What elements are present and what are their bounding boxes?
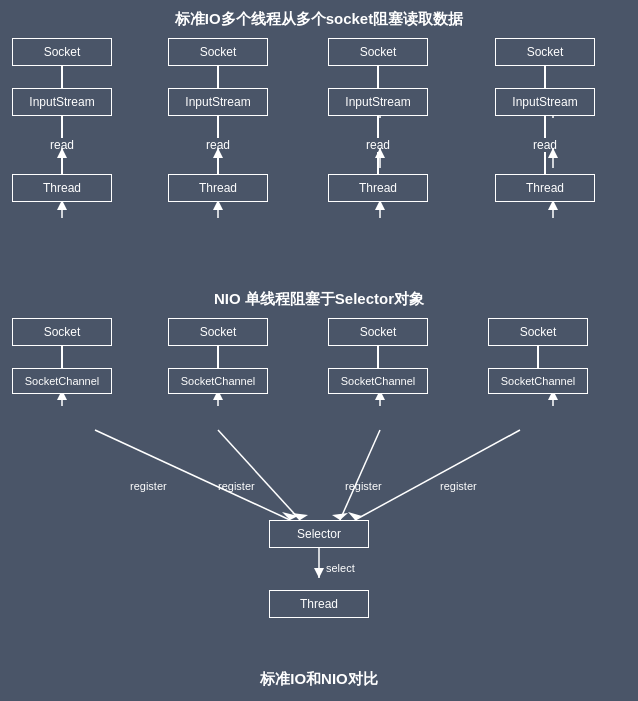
socket-box-4: Socket [495, 38, 595, 66]
thread-box-2: Thread [168, 174, 268, 202]
section1-col1: Socket InputStream read Thread [12, 38, 112, 202]
section2-col1: Socket SocketChannel [12, 318, 112, 394]
svg-text:register: register [345, 480, 382, 492]
svg-text:select: select [326, 562, 355, 574]
svg-line-32 [95, 430, 290, 520]
thread-box-1: Thread [12, 174, 112, 202]
section2-col3: Socket SocketChannel [328, 318, 428, 394]
s2-socket-3: Socket [328, 318, 428, 346]
svg-marker-37 [332, 513, 348, 520]
svg-text:register: register [130, 480, 167, 492]
s2-channel-2: SocketChannel [168, 368, 268, 394]
section2-thread-box: Thread [269, 590, 369, 618]
inputstream-box-3: InputStream [328, 88, 428, 116]
thread-box-4: Thread [495, 174, 595, 202]
socket-box-2: Socket [168, 38, 268, 66]
svg-text:register: register [218, 480, 255, 492]
inputstream-box-1: InputStream [12, 88, 112, 116]
s2-socket-1: Socket [12, 318, 112, 346]
section2-col2: Socket SocketChannel [168, 318, 268, 394]
s2-channel-4: SocketChannel [488, 368, 588, 394]
bottom-title: 标准IO和NIO对比 [0, 670, 638, 689]
section2-col4: Socket SocketChannel [488, 318, 588, 394]
svg-marker-35 [292, 513, 308, 520]
section1-col2: Socket InputStream read Thread [168, 38, 268, 202]
svg-text:register: register [440, 480, 477, 492]
socket-box-3: Socket [328, 38, 428, 66]
svg-line-36 [340, 430, 380, 520]
read-label-1: read [50, 138, 74, 152]
svg-line-34 [218, 430, 300, 520]
s2-socket-2: Socket [168, 318, 268, 346]
svg-line-38 [355, 430, 520, 520]
socket-box-1: Socket [12, 38, 112, 66]
read-label-3: read [366, 138, 390, 152]
section1-col3: Socket InputStream read Thread [328, 38, 428, 202]
s2-channel-3: SocketChannel [328, 368, 428, 394]
section1-col4: Socket InputStream read Thread [495, 38, 595, 202]
read-label-4: read [533, 138, 557, 152]
selector-box: Selector [269, 520, 369, 548]
inputstream-box-2: InputStream [168, 88, 268, 116]
section1-title: 标准IO多个线程从多个socket阻塞读取数据 [0, 10, 638, 29]
inputstream-box-4: InputStream [495, 88, 595, 116]
svg-marker-33 [282, 512, 298, 520]
svg-marker-41 [314, 568, 324, 578]
s2-channel-1: SocketChannel [12, 368, 112, 394]
thread-box-3: Thread [328, 174, 428, 202]
read-label-2: read [206, 138, 230, 152]
svg-marker-39 [348, 512, 362, 520]
main-container: register register register register sele… [0, 0, 638, 701]
section2-title: NIO 单线程阻塞于Selector对象 [0, 290, 638, 309]
s2-socket-4: Socket [488, 318, 588, 346]
